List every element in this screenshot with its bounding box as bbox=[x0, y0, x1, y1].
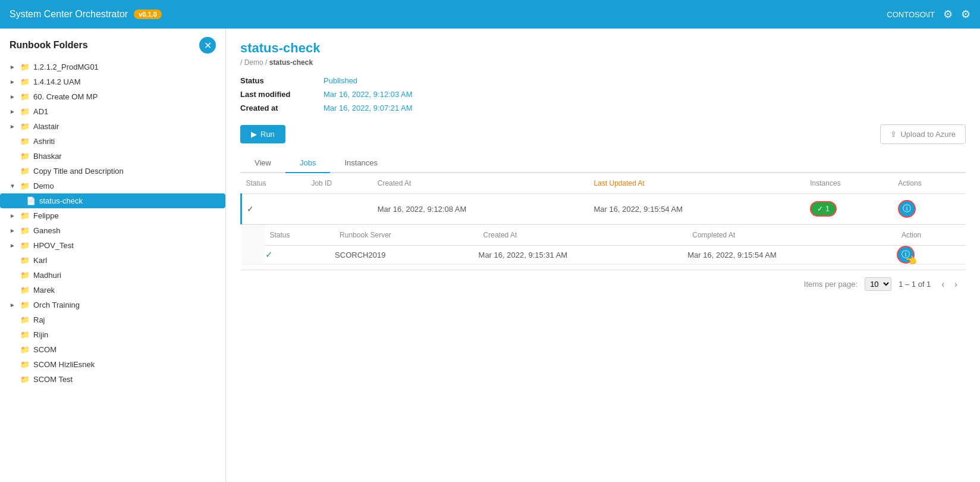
pagination-nav: ‹ › bbox=[938, 278, 961, 291]
jobs-table-header-row: Status Job ID Created At Last Updated At… bbox=[241, 173, 966, 194]
folder-item-ganesh[interactable]: ► 📁 Ganesh bbox=[0, 223, 225, 238]
inst-col-action: Action bbox=[897, 225, 966, 246]
spacer bbox=[10, 331, 17, 338]
folder-label: SCOM bbox=[33, 345, 56, 354]
folder-item-hpovtest[interactable]: ► 📁 HPOV_Test bbox=[0, 238, 225, 253]
folder-label: SCOM Test bbox=[33, 375, 73, 384]
folder-label: Ashriti bbox=[33, 137, 55, 146]
folder-item-bhaskar[interactable]: 📁 Bhaskar bbox=[0, 149, 225, 164]
job-info-button[interactable]: ⓘ bbox=[898, 200, 916, 218]
runbook-item-statuscheck[interactable]: 📄 status-check bbox=[0, 193, 225, 208]
folder-label: Alastair bbox=[33, 122, 59, 131]
col-jobid: Job ID bbox=[306, 173, 372, 194]
chevron-right-icon: ► bbox=[10, 242, 17, 249]
inst-createdat: Mar 16, 2022, 9:15:31 AM bbox=[479, 246, 688, 264]
createdat-label: Created at bbox=[240, 104, 323, 112]
upload-icon: ⇧ bbox=[890, 130, 897, 139]
folder-item-1212[interactable]: ► 📁 1.2.1.2_ProdMG01 bbox=[0, 60, 225, 74]
status-value: Published bbox=[323, 76, 357, 85]
prev-page-button[interactable]: ‹ bbox=[938, 278, 948, 291]
tab-view[interactable]: View bbox=[240, 154, 285, 173]
folder-icon: 📁 bbox=[20, 360, 30, 369]
folder-item-scomhizli[interactable]: 📁 SCOM HizliEsnek bbox=[0, 357, 225, 372]
inst-check-icon: ✓ bbox=[265, 249, 273, 259]
instance-info-button[interactable]: ⓘ 👈 bbox=[897, 246, 915, 264]
gear-icon[interactable]: ⚙ bbox=[961, 8, 970, 21]
header-left: System Center Orchestrator v0.1.0 bbox=[10, 9, 162, 20]
folder-icon: 📁 bbox=[20, 152, 30, 161]
spacer bbox=[10, 361, 17, 368]
folder-label: Copy Title and Description bbox=[33, 167, 124, 176]
inst-status: ✓ bbox=[265, 246, 335, 264]
createdat-value: Mar 16, 2022, 9:07:21 AM bbox=[323, 104, 413, 112]
folder-label: SCOM HizliEsnek bbox=[33, 360, 95, 369]
cursor-indicator: 👈 bbox=[905, 255, 917, 266]
inst-server: SCORCH2019 bbox=[335, 246, 478, 264]
folder-item-karl[interactable]: 📁 Karl bbox=[0, 253, 225, 268]
folder-item-scom[interactable]: 📁 SCOM bbox=[0, 342, 225, 357]
check-badge-icon: ✓ bbox=[817, 205, 823, 213]
col-actions: Actions bbox=[893, 173, 966, 194]
job-id bbox=[306, 194, 372, 224]
toolbar: ▶ Run ⇧ Upload to Azure bbox=[240, 124, 966, 144]
folder-item-rijin[interactable]: 📁 Rijin bbox=[0, 327, 225, 342]
folder-icon: 📁 bbox=[20, 137, 30, 146]
folder-label: AD1 bbox=[33, 107, 48, 116]
content-area: status-check / Demo / status-check Statu… bbox=[226, 29, 980, 482]
folder-item-copytitle[interactable]: 📁 Copy Title and Description bbox=[0, 164, 225, 179]
col-instances: Instances bbox=[805, 173, 893, 194]
spacer bbox=[10, 153, 17, 159]
folder-label: Raj bbox=[33, 315, 45, 324]
run-button[interactable]: ▶ Run bbox=[240, 125, 285, 143]
table-row: ✓ Mar 16, 2022, 9:12:08 AM Mar 16, 2022,… bbox=[241, 194, 966, 224]
instance-sub-table-wrap: Status Runbook Server Created At Complet… bbox=[241, 224, 966, 264]
settings-icon[interactable]: ⚙ bbox=[943, 8, 953, 21]
spacer bbox=[10, 346, 17, 353]
folder-icon: 📁 bbox=[20, 77, 30, 86]
folder-item-demo[interactable]: ▼ 📁 Demo bbox=[0, 179, 225, 193]
job-actions-cell: ⓘ bbox=[893, 194, 966, 224]
inst-col-server: Runbook Server bbox=[335, 225, 478, 246]
sidebar-header: Runbook Folders ✕ bbox=[0, 29, 225, 60]
folder-icon: 📁 bbox=[20, 62, 30, 71]
folder-item-felippe[interactable]: ► 📁 Felippe bbox=[0, 208, 225, 223]
folder-item-60[interactable]: ► 📁 60. Create OM MP bbox=[0, 89, 225, 104]
folder-item-orchtraining[interactable]: ► 📁 Orch Training bbox=[0, 298, 225, 312]
job-createdat: Mar 16, 2022, 9:12:08 AM bbox=[373, 194, 589, 224]
folder-icon: 📁 bbox=[20, 92, 30, 101]
folder-item-marek[interactable]: 📁 Marek bbox=[0, 283, 225, 298]
folder-item-ashriti[interactable]: 📁 Ashriti bbox=[0, 134, 225, 149]
chevron-right-icon: ► bbox=[10, 123, 17, 130]
runbook-label: status-check bbox=[39, 196, 83, 205]
spacer bbox=[10, 168, 17, 174]
folder-item-scomtest[interactable]: 📁 SCOM Test bbox=[0, 372, 225, 387]
sidebar-title: Runbook Folders bbox=[10, 40, 88, 51]
tab-jobs[interactable]: Jobs bbox=[285, 154, 330, 173]
folder-item-1414[interactable]: ► 📁 1.4.14.2 UAM bbox=[0, 74, 225, 89]
tab-instances[interactable]: Instances bbox=[330, 154, 392, 173]
main-layout: Runbook Folders ✕ ► 📁 1.2.1.2_ProdMG01 ►… bbox=[0, 29, 980, 482]
meta-row-createdat: Created at Mar 16, 2022, 9:07:21 AM bbox=[240, 104, 966, 112]
sidebar-close-button[interactable]: ✕ bbox=[199, 37, 216, 54]
folder-item-ad1[interactable]: ► 📁 AD1 bbox=[0, 104, 225, 119]
meta-row-status: Status Published bbox=[240, 76, 966, 85]
folder-item-raj[interactable]: 📁 Raj bbox=[0, 312, 225, 327]
spacer bbox=[10, 317, 17, 323]
folder-label: 1.4.14.2 UAM bbox=[33, 77, 81, 86]
sidebar-scroll[interactable]: ► 📁 1.2.1.2_ProdMG01 ► 📁 1.4.14.2 UAM ► … bbox=[0, 60, 225, 482]
instances-count-badge[interactable]: ✓ 1 bbox=[810, 201, 837, 217]
status-label: Status bbox=[240, 76, 323, 85]
next-page-button[interactable]: › bbox=[951, 278, 961, 291]
folder-item-alastair[interactable]: ► 📁 Alastair bbox=[0, 119, 225, 134]
items-per-page-select[interactable]: 10 25 50 bbox=[865, 277, 891, 291]
folder-label: HPOV_Test bbox=[33, 241, 74, 250]
pagination-range: 1 – 1 of 1 bbox=[899, 280, 931, 289]
breadcrumb-demo[interactable]: Demo bbox=[244, 58, 263, 67]
folder-item-madhuri[interactable]: 📁 Madhuri bbox=[0, 268, 225, 283]
instance-sub-row: Status Runbook Server Created At Complet… bbox=[241, 224, 966, 265]
folder-label: Madhuri bbox=[33, 271, 61, 280]
folder-icon: 📁 bbox=[20, 286, 30, 295]
upload-azure-button[interactable]: ⇧ Upload to Azure bbox=[880, 124, 966, 144]
folder-icon: 📁 bbox=[20, 330, 30, 339]
header-user: CONTOSO\IT bbox=[887, 10, 935, 19]
